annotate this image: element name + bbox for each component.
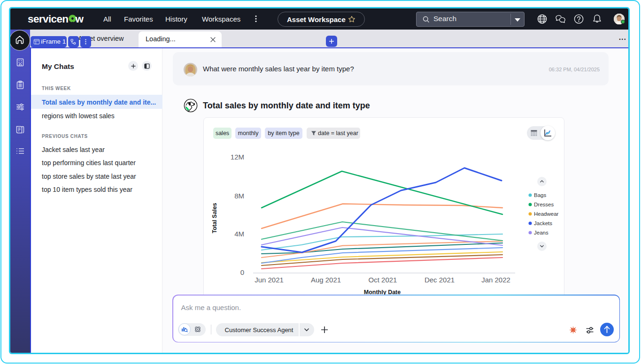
svg-text:Jeans: Jeans bbox=[534, 230, 548, 235]
svg-text:servicen: servicen bbox=[28, 13, 69, 25]
svg-text:4M: 4M bbox=[234, 230, 244, 238]
svg-text:w: w bbox=[75, 13, 84, 25]
svg-text:Jun 2021: Jun 2021 bbox=[255, 276, 284, 284]
svg-text:Headwear: Headwear bbox=[534, 211, 559, 217]
svg-text:Oct 2021: Oct 2021 bbox=[369, 276, 397, 284]
svg-text:8M: 8M bbox=[234, 192, 244, 200]
svg-text:Aug 2021: Aug 2021 bbox=[311, 276, 341, 284]
svg-text:Dec 2021: Dec 2021 bbox=[425, 276, 455, 284]
svg-text:0: 0 bbox=[240, 268, 244, 276]
svg-text:Jan 2022: Jan 2022 bbox=[481, 276, 510, 284]
svg-text:Dresses: Dresses bbox=[534, 202, 554, 207]
svg-text:Bags: Bags bbox=[534, 192, 546, 198]
svg-text:12M: 12M bbox=[231, 153, 244, 161]
svg-text:Jackets: Jackets bbox=[534, 220, 552, 226]
svg-text:Total Sales: Total Sales bbox=[211, 203, 218, 233]
